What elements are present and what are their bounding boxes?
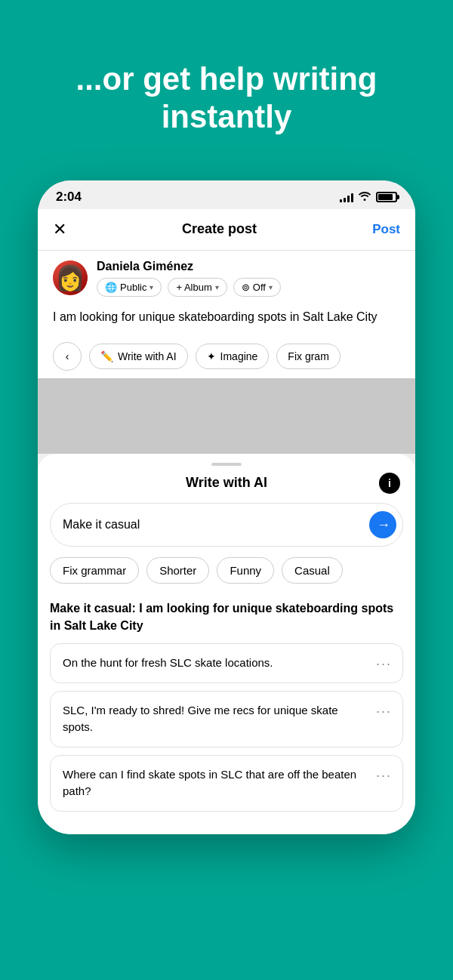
post-title: Create post: [182, 221, 257, 237]
user-row: Daniela Giménez 🌐 Public ▾ + Album ▾ ⊚ O…: [38, 251, 415, 303]
quick-tag-casual[interactable]: Casual: [282, 557, 343, 584]
imagine-icon: ✦: [207, 350, 216, 362]
user-name: Daniela Giménez: [97, 260, 281, 273]
album-selector[interactable]: + Album ▾: [168, 278, 226, 297]
wifi-icon: [358, 190, 371, 203]
instagram-selector[interactable]: ⊚ Off ▾: [233, 278, 281, 297]
write-with-ai-sheet: Write with AI i → Fix grammar Shorter Fu…: [38, 454, 415, 834]
sheet-title: Write with AI: [186, 475, 267, 491]
post-button[interactable]: Post: [372, 222, 400, 237]
result-text-2: SLC, I'm ready to shred! Give me recs fo…: [63, 702, 368, 736]
more-options-button-1[interactable]: ···: [376, 655, 392, 672]
ai-toolbar: ‹ ✏️ Write with AI ✦ Imagine Fix gram: [38, 334, 415, 378]
result-item-1[interactable]: On the hunt for fresh SLC skate location…: [50, 643, 403, 683]
funny-tag-label: Funny: [230, 564, 261, 577]
casual-tag-label: Casual: [294, 564, 330, 577]
write-ai-label: Write with AI: [118, 350, 177, 362]
result-item-2[interactable]: SLC, I'm ready to shred! Give me recs fo…: [50, 691, 403, 747]
chevron-down-icon-2: ▾: [215, 283, 219, 291]
status-bar: 2:04: [38, 180, 415, 209]
instagram-icon: ⊚: [242, 282, 250, 293]
avatar: [53, 260, 88, 295]
info-icon[interactable]: i: [379, 473, 400, 494]
gray-background-area: [38, 378, 415, 454]
post-content-text: I am looking for unique skateboarding sp…: [38, 303, 415, 334]
phone-mockup: 2:04 ✕ Create post: [38, 180, 415, 834]
pen-icon: ✏️: [100, 350, 113, 362]
chevron-left-icon: ‹: [66, 350, 69, 362]
result-text-1: On the hunt for fresh SLC skate location…: [63, 655, 368, 672]
post-header: ✕ Create post Post: [38, 209, 415, 251]
status-time: 2:04: [56, 190, 82, 205]
drag-handle: [211, 463, 242, 466]
sheet-handle: [38, 454, 415, 472]
send-arrow-icon: →: [377, 517, 390, 533]
ai-input-row[interactable]: →: [50, 503, 403, 547]
imagine-label: Imagine: [220, 350, 258, 362]
result-heading: Make it casual: I am looking for unique …: [38, 596, 415, 643]
fix-grammar-tag-label: Fix grammar: [63, 564, 126, 577]
signal-icon: [340, 192, 353, 202]
hero-title: ...or get help writing instantly: [30, 30, 423, 159]
quick-tag-shorter[interactable]: Shorter: [146, 557, 209, 584]
audience-label: Public: [120, 282, 146, 293]
album-label: + Album: [176, 282, 211, 293]
chevron-down-icon: ▾: [149, 283, 153, 291]
user-info: Daniela Giménez 🌐 Public ▾ + Album ▾ ⊚ O…: [97, 260, 281, 297]
instagram-label: Off: [253, 282, 266, 293]
sheet-header: Write with AI i: [38, 472, 415, 503]
imagine-button[interactable]: ✦ Imagine: [196, 344, 270, 369]
close-button[interactable]: ✕: [53, 220, 66, 239]
globe-icon: 🌐: [105, 282, 117, 293]
fix-grammar-button[interactable]: Fix gram: [276, 344, 340, 369]
ai-input-field[interactable]: [63, 518, 362, 532]
result-item-3[interactable]: Where can I find skate spots in SLC that…: [50, 755, 403, 812]
shorter-tag-label: Shorter: [159, 564, 196, 577]
more-options-button-3[interactable]: ···: [376, 766, 392, 784]
more-options-button-2[interactable]: ···: [376, 702, 392, 720]
chevron-down-icon-3: ▾: [269, 283, 273, 291]
battery-icon: [376, 192, 397, 202]
toolbar-back-button[interactable]: ‹: [53, 342, 82, 371]
quick-tags: Fix grammar Shorter Funny Casual: [38, 557, 415, 596]
fix-gram-label: Fix gram: [288, 350, 328, 362]
send-button[interactable]: →: [369, 511, 396, 538]
create-post-area: ✕ Create post Post Daniela Giménez 🌐 Pub…: [38, 209, 415, 378]
write-with-ai-button[interactable]: ✏️ Write with AI: [89, 344, 188, 369]
hero-section: ...or get help writing instantly: [0, 0, 453, 180]
quick-tag-funny[interactable]: Funny: [217, 557, 274, 584]
quick-tag-fix-grammar[interactable]: Fix grammar: [50, 557, 139, 584]
status-icons: [340, 190, 397, 203]
post-options: 🌐 Public ▾ + Album ▾ ⊚ Off ▾: [97, 278, 281, 297]
result-text-3: Where can I find skate spots in SLC that…: [63, 766, 368, 800]
audience-selector[interactable]: 🌐 Public ▾: [97, 278, 162, 297]
